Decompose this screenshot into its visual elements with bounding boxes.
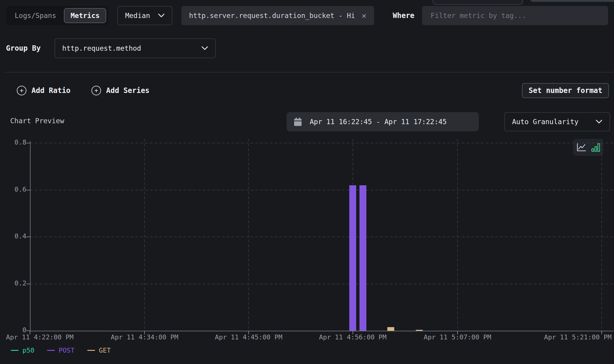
y-gridline	[30, 143, 614, 143]
chart-type-toggle	[573, 139, 603, 156]
x-tick-label: Apr 11 4:22:00 PM	[6, 333, 73, 341]
legend-label: POST	[59, 347, 75, 354]
x-axis	[30, 331, 613, 331]
y-axis	[30, 141, 31, 331]
chart-bar-post	[359, 185, 366, 331]
y-tickmark	[26, 237, 30, 237]
y-tick-label: 0.6	[5, 186, 26, 193]
y-gridline	[30, 284, 614, 284]
y-tickmark	[26, 190, 30, 190]
x-tick-label: Apr 11 5:07:00 PM	[424, 333, 491, 341]
legend-dash-icon	[11, 350, 19, 351]
x-tick-label: Apr 11 4:45:00 PM	[215, 333, 282, 341]
chart-bar-post	[349, 185, 356, 331]
y-gridline	[30, 237, 614, 237]
legend-item-p50[interactable]: p50	[11, 347, 34, 354]
y-tickmark	[26, 284, 30, 284]
y-tick-label: 0.2	[5, 279, 26, 287]
legend-item-post[interactable]: POST	[47, 347, 75, 354]
x-gridline	[601, 139, 602, 331]
y-tick-label: 0.8	[5, 139, 26, 146]
chart-bar-get	[387, 327, 394, 331]
y-gridline	[30, 190, 614, 190]
y-tickmark	[26, 143, 30, 143]
x-tick-label: Apr 11 5:21:00 PM	[544, 333, 612, 341]
legend-item-get[interactable]: GET	[87, 347, 111, 354]
x-gridline	[248, 139, 249, 331]
x-tick-label: Apr 11 4:56:00 PM	[319, 333, 386, 341]
legend-label: GET	[99, 347, 111, 354]
x-tick-label: Apr 11 4:34:00 PM	[111, 333, 178, 341]
x-gridline	[144, 139, 145, 331]
y-tick-label: 0.4	[5, 232, 26, 240]
x-gridline	[457, 139, 458, 331]
chart-preview-plot: p50POSTGET 00.20.40.60.8Apr 11 4:22:00 P…	[0, 0, 614, 364]
chart-legend: p50POSTGET	[11, 347, 111, 354]
line-chart-icon[interactable]	[576, 143, 586, 152]
legend-label: p50	[22, 347, 34, 354]
bar-chart-icon[interactable]	[591, 143, 601, 152]
y-tick-label: 0	[5, 326, 26, 334]
legend-dash-icon	[87, 350, 95, 351]
legend-dash-icon	[47, 350, 55, 351]
